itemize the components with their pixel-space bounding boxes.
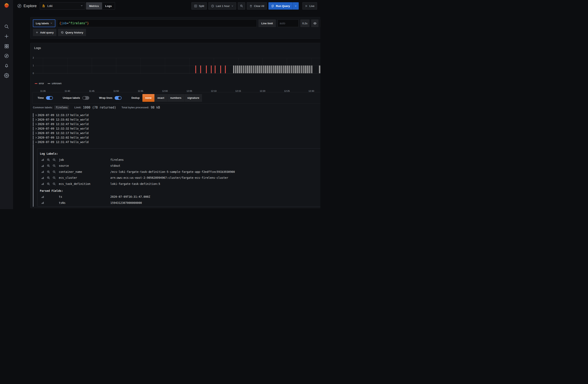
alerting-bell-icon[interactable] xyxy=(4,63,9,68)
filter-for-zoom-in-icon[interactable] xyxy=(47,158,50,161)
stats-bar-chart-icon[interactable] xyxy=(42,176,44,179)
histogram-bar-unknown xyxy=(265,65,266,73)
parsed-field-value: 2020-07-09T16:31:47.000Z xyxy=(110,195,320,198)
logs-histogram[interactable] xyxy=(35,58,320,74)
query-history-button[interactable]: Query history xyxy=(58,29,86,36)
datasource-picker[interactable]: Loki xyxy=(40,2,85,10)
log-row[interactable]: 2020-07-09 12:33:02hello_world xyxy=(33,117,320,122)
filter-for-zoom-in-icon[interactable] xyxy=(47,164,50,167)
query-input[interactable]: {job="firelens"} xyxy=(57,19,257,27)
filter-out-zoom-out-icon[interactable] xyxy=(53,182,56,186)
toggle-visibility-button[interactable] xyxy=(311,19,318,27)
dedup-label: Dedup xyxy=(131,96,140,99)
histogram-bar-unknown xyxy=(267,65,269,73)
histogram-bar-error xyxy=(225,65,226,73)
time-range-picker[interactable]: Last 1 hour xyxy=(209,2,236,10)
log-level-bar xyxy=(33,127,34,131)
line-limit-input[interactable] xyxy=(277,19,299,27)
run-query-dropdown[interactable] xyxy=(293,2,299,10)
chevron-right-icon[interactable] xyxy=(34,136,38,139)
log-row[interactable]: 2020-07-09 12:33:17hello_world xyxy=(33,113,320,117)
split-button[interactable]: Split xyxy=(191,2,207,10)
log-message: hello_world xyxy=(70,140,320,144)
histogram-bar-error xyxy=(215,65,215,73)
log-row[interactable]: 2020-07-09 12:32:02hello_world xyxy=(33,135,320,140)
settings-gear-icon[interactable] xyxy=(4,73,9,78)
chevron-right-icon[interactable] xyxy=(34,123,38,125)
chevron-down-icon[interactable] xyxy=(34,141,38,143)
y-tick-label: 2 xyxy=(30,57,34,59)
tab-logs[interactable]: Logs xyxy=(102,2,115,10)
dedup-option-none[interactable]: none xyxy=(142,94,155,102)
filter-out-zoom-out-icon[interactable] xyxy=(53,164,56,167)
filter-out-zoom-out-icon[interactable] xyxy=(53,176,56,179)
query-token: { xyxy=(59,21,61,25)
create-plus-icon[interactable] xyxy=(4,34,9,39)
log-level-bar xyxy=(33,113,34,117)
tab-metrics[interactable]: Metrics xyxy=(86,2,102,10)
log-labels-button[interactable]: Log labels xyxy=(33,19,55,27)
histogram-bar-unknown xyxy=(233,65,234,73)
parsed-field-row: tsNs1594312307000000000 xyxy=(40,200,320,206)
chevron-right-icon[interactable] xyxy=(34,114,38,116)
stats-bar-chart-icon[interactable] xyxy=(42,195,44,198)
query-token: } xyxy=(87,21,89,25)
stats-bar-chart-icon[interactable] xyxy=(42,164,44,167)
dedup-option-numbers[interactable]: numbers xyxy=(167,94,185,102)
zoom-out-time-button[interactable] xyxy=(238,2,245,10)
live-button[interactable]: Live xyxy=(302,2,317,10)
histogram-bar-unknown xyxy=(251,65,252,73)
chevron-right-icon[interactable] xyxy=(34,118,38,121)
play-icon xyxy=(305,5,308,7)
histogram-bar-unknown xyxy=(259,65,260,73)
filter-for-zoom-in-icon[interactable] xyxy=(47,170,50,173)
stats-bar-chart-icon[interactable] xyxy=(42,170,44,173)
unique-labels-toggle[interactable] xyxy=(82,96,89,100)
filter-for-zoom-in-icon[interactable] xyxy=(47,182,50,186)
histogram-bar-unknown xyxy=(301,65,303,73)
histogram-bar-unknown xyxy=(303,65,305,73)
time-toggle-group: Time xyxy=(38,96,53,100)
dedup-option-signature[interactable]: signature xyxy=(185,94,202,102)
grafana-logo[interactable] xyxy=(3,2,10,10)
chevron-right-icon[interactable] xyxy=(34,128,38,130)
filter-for-zoom-in-icon[interactable] xyxy=(47,176,50,179)
dashboards-grid-icon[interactable] xyxy=(4,44,9,49)
parsed-field-key: tsNs xyxy=(59,201,110,204)
time-toggle[interactable] xyxy=(46,96,53,100)
histogram-bar-unknown xyxy=(235,65,237,73)
dedup-option-exact[interactable]: exact xyxy=(155,94,167,102)
histogram-bar-unknown xyxy=(275,65,276,73)
log-row[interactable]: 2020-07-09 12:31:47hello_world xyxy=(33,140,320,144)
log-row[interactable]: 2020-07-09 12:32:47hello_world xyxy=(33,122,320,126)
remove-query-button[interactable] xyxy=(320,19,320,27)
stats-bar-chart-icon[interactable] xyxy=(42,182,44,185)
wrap-lines-toggle[interactable] xyxy=(115,96,122,100)
log-timestamp: 2020-07-09 12:32:32 xyxy=(38,127,70,130)
panel-title: Logs xyxy=(34,46,41,50)
explore-compass-icon xyxy=(17,4,22,8)
stats-bar-chart-icon[interactable] xyxy=(42,158,44,161)
sidebar xyxy=(0,0,13,209)
clear-all-button[interactable]: Clear All xyxy=(247,2,267,10)
add-query-button[interactable]: Add query xyxy=(33,29,56,36)
legend-item-unknown[interactable]: unknown xyxy=(48,82,62,85)
filter-out-zoom-out-icon[interactable] xyxy=(53,170,56,173)
log-row[interactable]: 2020-07-09 12:32:32hello_world xyxy=(33,126,320,131)
explore-compass-icon[interactable] xyxy=(4,54,9,58)
label-key: container_name xyxy=(59,170,110,173)
filter-out-zoom-out-icon[interactable] xyxy=(53,158,56,161)
log-row[interactable]: 2020-07-09 12:32:17hello_world xyxy=(33,131,320,135)
run-query-button[interactable]: Run Query xyxy=(269,2,299,10)
time-range-label: Last 1 hour xyxy=(216,4,230,8)
label-value: /ecs-loki-fargate-task-definition-5-samp… xyxy=(110,170,320,173)
chevron-right-icon[interactable] xyxy=(34,132,38,134)
bytes-processed-value: 98 kB xyxy=(151,106,160,109)
legend-item-error[interactable]: error xyxy=(35,82,44,85)
histogram-bar-error xyxy=(211,65,212,73)
search-icon[interactable] xyxy=(4,24,9,29)
histogram-bar-unknown xyxy=(257,65,258,73)
query-token: "firelens" xyxy=(68,21,87,25)
stats-bar-chart-icon[interactable] xyxy=(42,201,44,204)
chevron-down-icon xyxy=(50,22,53,25)
